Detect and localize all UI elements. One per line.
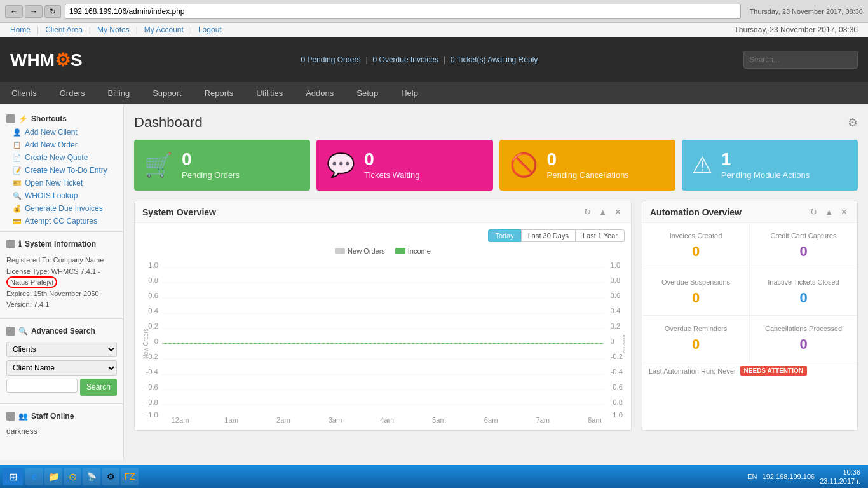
metric-cc-captures-value: 0	[756, 243, 851, 260]
shortcut-create-todo[interactable]: 📝 Create New To-Do Entry	[0, 164, 123, 177]
svg-text:-0.8: -0.8	[611, 399, 623, 406]
metric-invoices-created: Invoices Created 0	[642, 223, 750, 269]
svg-text:1am: 1am	[224, 417, 238, 424]
advanced-search-title: 🔍 Advanced Search	[0, 323, 123, 338]
automation-overview-refresh[interactable]: ↻	[808, 207, 819, 217]
forward-button[interactable]: →	[25, 5, 43, 18]
svg-text:0: 0	[154, 338, 158, 345]
svg-text:-0.4: -0.4	[146, 369, 158, 376]
dashboard-settings-button[interactable]: ⚙	[848, 116, 858, 130]
metric-inactive-tickets-label: Inactive Tickets Closed	[756, 278, 851, 286]
svg-text:0.6: 0.6	[148, 292, 158, 299]
system-overview-refresh[interactable]: ↻	[582, 207, 593, 217]
nav-reports[interactable]: Reports	[193, 82, 245, 104]
system-overview-close[interactable]: ✕	[613, 207, 623, 217]
header-alerts: 0 Pending Orders | 0 Overdue Invoices | …	[95, 55, 743, 64]
search-button[interactable]: Search	[80, 379, 117, 396]
shortcut-create-quote[interactable]: 📄 Create New Quote	[0, 151, 123, 164]
pending-cancellations-number: 0	[547, 151, 629, 168]
staff-online-section: darkness	[0, 423, 123, 440]
metric-overdue-suspensions-value: 0	[649, 290, 743, 306]
stat-card-tickets-waiting[interactable]: 💬 0 Tickets Waiting	[316, 140, 492, 191]
whois-icon: 🔍	[13, 191, 22, 200]
dashboard-header: Dashboard ⚙	[134, 114, 858, 131]
header-search	[743, 51, 858, 69]
automation-metrics-grid: Invoices Created 0 Credit Card Captures …	[642, 223, 857, 362]
nav-clients[interactable]: Clients	[0, 82, 48, 104]
dashboard-title: Dashboard	[134, 114, 203, 131]
main-content: Dashboard ⚙ 🛒 0 Pending Orders 💬 0 Ticke…	[124, 104, 868, 460]
back-button[interactable]: ←	[5, 5, 23, 18]
nav-billing[interactable]: Billing	[96, 82, 141, 104]
shortcut-due-invoices[interactable]: 💰 Generate Due Invoices	[0, 202, 123, 215]
search-type-select[interactable]: Clients Orders Invoices Tickets	[6, 342, 117, 357]
nav-my-account[interactable]: My Account	[144, 25, 184, 34]
nav-utilities[interactable]: Utilities	[245, 82, 294, 104]
shortcut-cc-captures[interactable]: 💳 Attempt CC Captures	[0, 215, 123, 227]
tickets-awaiting-alert[interactable]: 0 Ticket(s) Awaiting Reply	[451, 55, 538, 64]
url-bar[interactable]	[65, 4, 741, 19]
svg-text:-0.8: -0.8	[146, 399, 158, 406]
nav-client-area[interactable]: Client Area	[45, 25, 83, 34]
system-overview-body: Today Last 30 Days Last 1 Year New Order…	[135, 223, 631, 430]
nav-my-notes[interactable]: My Notes	[97, 25, 130, 34]
shortcut-add-client[interactable]: 👤 Add New Client	[0, 126, 123, 139]
period-1year-button[interactable]: Last 1 Year	[576, 229, 625, 242]
chart-svg: 1.0 0.8 0.6 0.4 0.2 0 -0.2 -0.4 -0.6 -0.…	[141, 259, 625, 424]
nav-help[interactable]: Help	[390, 82, 430, 104]
svg-text:3am: 3am	[329, 417, 342, 424]
license-highlight: Natus Pralejvi	[6, 276, 57, 288]
overdue-invoices-alert[interactable]: 0 Overdue Invoices	[373, 55, 438, 64]
shortcut-whois[interactable]: 🔍 WHOIS Lookup	[0, 189, 123, 202]
system-overview-header: System Overview ↻ ▲ ✕	[135, 201, 631, 223]
refresh-button[interactable]: ↻	[44, 5, 61, 18]
metric-overdue-reminders-value: 0	[649, 336, 743, 353]
stat-card-pending-orders[interactable]: 🛒 0 Pending Orders	[134, 140, 310, 191]
shortcuts-title: ⚡ Shortcuts	[0, 111, 123, 126]
stat-card-pending-cancellations[interactable]: 🚫 0 Pending Cancellations	[499, 140, 675, 191]
browser-nav-buttons[interactable]: ← → ↻	[5, 5, 61, 18]
search-input[interactable]	[6, 379, 78, 393]
metric-invoices-created-label: Invoices Created	[649, 232, 743, 240]
add-client-icon: 👤	[13, 128, 22, 137]
legend-income-dot	[395, 248, 405, 254]
pending-orders-label: Pending Orders	[182, 170, 240, 180]
stat-card-module-actions[interactable]: ⚠ 1 Pending Module Actions	[682, 140, 858, 191]
period-today-button[interactable]: Today	[488, 229, 520, 242]
period-30days-button[interactable]: Last 30 Days	[521, 229, 576, 242]
metric-inactive-tickets: Inactive Tickets Closed 0	[750, 269, 857, 316]
svg-text:-0.2: -0.2	[611, 353, 623, 360]
metric-overdue-reminders-label: Overdue Reminders	[649, 325, 743, 332]
legend-new-orders: New Orders	[335, 247, 385, 255]
nav-orders[interactable]: Orders	[48, 82, 97, 104]
search-field-select[interactable]: Client Name Email Address Company Name	[6, 360, 117, 376]
system-overview-collapse[interactable]: ▲	[597, 207, 609, 217]
system-overview-title: System Overview	[142, 207, 216, 217]
automation-overview-close[interactable]: ✕	[839, 207, 850, 217]
version: Version: 7.4.1	[6, 299, 117, 311]
chart-legend: New Orders Income	[141, 247, 625, 255]
svg-text:New Orders: New Orders	[142, 329, 150, 359]
nav-addons[interactable]: Addons	[294, 82, 345, 104]
shortcut-add-order[interactable]: 📋 Add New Order	[0, 139, 123, 151]
registered-to: Registered To: Company Name	[6, 255, 117, 266]
pending-orders-alert[interactable]: 0 Pending Orders	[301, 55, 360, 64]
header-search-input[interactable]	[743, 51, 858, 69]
automation-overview-collapse[interactable]: ▲	[823, 207, 835, 217]
nav-logout[interactable]: Logout	[198, 25, 222, 34]
nav-support[interactable]: Support	[141, 82, 193, 104]
nav-home[interactable]: Home	[10, 25, 31, 34]
svg-text:0.2: 0.2	[148, 323, 158, 330]
svg-text:4am: 4am	[380, 417, 394, 424]
svg-text:0: 0	[611, 338, 614, 345]
license-type: License Type: WHMCS 7.4.1 - Natus Pralej…	[6, 266, 117, 288]
nav-setup[interactable]: Setup	[345, 82, 390, 104]
shortcut-open-ticket[interactable]: 🎫 Open New Ticket	[0, 177, 123, 189]
cancel-icon: 🚫	[510, 152, 538, 179]
metric-inactive-tickets-value: 0	[756, 290, 851, 306]
svg-text:0.4: 0.4	[148, 308, 158, 315]
tickets-waiting-number: 0	[364, 151, 419, 168]
metric-cc-captures: Credit Card Captures 0	[750, 223, 857, 269]
sidebar: ⚡ Shortcuts 👤 Add New Client 📋 Add New O…	[0, 104, 124, 460]
module-actions-label: Pending Module Actions	[721, 170, 810, 180]
